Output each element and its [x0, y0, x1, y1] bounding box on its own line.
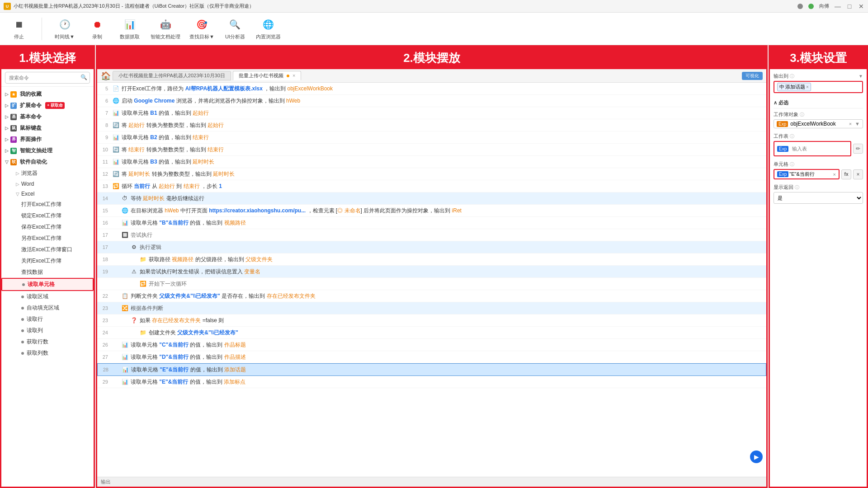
search-input[interactable]: [5, 72, 90, 84]
output-tag-input[interactable]: 中 添加话题 ×: [774, 81, 863, 93]
code-line-18[interactable]: 18 📁 获取路径 视频路径 的父级路径，输出到 父级文件夹: [97, 253, 766, 266]
toolbar-stop[interactable]: ⏹ 停止: [7, 17, 31, 40]
tab-close-icon[interactable]: ×: [292, 73, 295, 78]
code-line-22[interactable]: 22 📋 判断文件夹 父级文件夹&"\\已经发布" 是否存在，输出到 存在已经发…: [97, 290, 766, 302]
code-line-13[interactable]: 13 🔁 循环 当前行 从 起始行 到 结束行 ，步长 1: [97, 180, 766, 192]
code-line-16[interactable]: 16 📊 读取单元格 "B"&当前行 的值，输出到 视频路径: [97, 217, 766, 229]
sidebar-item-open-excel[interactable]: 打开Excel工作簿: [1, 199, 94, 210]
line-num-28: 28: [98, 365, 112, 375]
sidebar-item-lock-excel[interactable]: 锁定Excel工作簿: [1, 210, 94, 221]
worksheet-edit-icon[interactable]: ✏: [853, 144, 863, 154]
toolbar-find-target[interactable]: 🎯 查找目标▼: [189, 17, 214, 40]
main-layout: 1.模块选择 🔍 ▷ ★ 我的收藏 ▷ 扩 扩展命令 + 获取命 ▷ 基: [0, 45, 868, 488]
sidebar-item-read-range[interactable]: 读取区域: [1, 291, 94, 302]
sidebar-item-save-excel[interactable]: 保存Excel工作簿: [1, 221, 94, 233]
cell-help-icon[interactable]: ⓘ: [790, 161, 794, 168]
code-line-23-if[interactable]: 23 ❓ 如果 存在已经发布文件夹 =false 则: [97, 314, 766, 327]
line-num-23-if: 23: [97, 315, 112, 325]
sidebar-item-excel[interactable]: ▽ Excel: [1, 189, 94, 199]
sidebar-item-get-col-count[interactable]: 获取列数: [1, 347, 94, 359]
cell-label: 单元格 ⓘ: [774, 161, 863, 168]
expand-cmd-label: 扩展命令: [20, 102, 42, 109]
toolbar-ai-doc[interactable]: 🤖 智能文档处理: [151, 17, 180, 40]
toolbar-data-capture[interactable]: 📊 数据抓取: [118, 17, 142, 40]
code-line-24[interactable]: 24 📁 创建文件夹 父级文件夹&"\\已经发布": [97, 327, 766, 339]
code-line-6[interactable]: 6 🌐 启动 Google Chrome 浏览器，并将此浏览器作为操控对象，输出…: [97, 95, 766, 107]
ui-analyzer-label: UI分析器: [225, 33, 245, 40]
sidebar-item-close-excel[interactable]: 关闭Excel工作簿: [1, 255, 94, 267]
code-line-8[interactable]: 8 🔄 将 起始行 转换为整数类型，输出到 起始行: [97, 119, 766, 131]
cell-fx-icon[interactable]: fx: [841, 169, 851, 179]
code-line-7[interactable]: 7 📊 读取单元格 B1 的值，输出到 起始行: [97, 107, 766, 119]
workbook-label: 工作簿对象 ⓘ: [774, 111, 863, 118]
cell-close-icon[interactable]: ×: [833, 172, 836, 177]
code-line-14[interactable]: 14 ⏱ 等待 延时时长 毫秒后继续运行: [97, 192, 766, 205]
sidebar-item-expand-cmd[interactable]: ▷ 扩 扩展命令 + 获取命: [1, 100, 94, 111]
code-line-9[interactable]: 9 📊 读取单元格 B2 的值，输出到 结束行: [97, 131, 766, 144]
sidebar-item-read-cell[interactable]: 读取单元格: [1, 278, 94, 291]
workbook-close-icon[interactable]: ×: [849, 121, 852, 127]
user-icon[interactable]: [797, 4, 803, 9]
code-line-19[interactable]: 19 ⚠ 如果尝试执行时发生错误，把错误信息置入 变量名: [97, 266, 766, 278]
sidebar-item-find-data[interactable]: 查找数据: [1, 267, 94, 278]
worksheet-input-wrap[interactable]: Exp: [774, 141, 851, 156]
code-line-17-try[interactable]: 17 🔲 尝试执行: [97, 229, 766, 241]
home-icon[interactable]: 🏠: [101, 71, 111, 81]
return-select[interactable]: 是 否: [774, 192, 863, 204]
run-line-button[interactable]: ▶: [750, 450, 763, 463]
workbook-help-icon[interactable]: ⓘ: [800, 112, 804, 118]
output-dropdown-icon[interactable]: ▼: [859, 74, 863, 79]
code-line-29[interactable]: 29 📊 读取单元格 "E"&当前行 的值，输出到 添加标点: [97, 376, 766, 388]
workbook-dropdown-icon[interactable]: ▼: [855, 121, 860, 127]
sidebar-item-auto-fill[interactable]: 自动填充区域: [1, 302, 94, 314]
cell-edit-icon[interactable]: ×: [853, 169, 863, 179]
sidebar-item-read-col[interactable]: 读取列: [1, 325, 94, 336]
sidebar-item-read-row[interactable]: 读取行: [1, 314, 94, 325]
code-line-23-branch[interactable]: 23 🔀 根据条件判断: [97, 302, 766, 314]
output-help-icon[interactable]: ⓘ: [790, 73, 794, 80]
tab-main[interactable]: 小红书视频批量上传RPA机器人2023年10月30日: [113, 71, 231, 80]
ui-op-label: 界面操作: [20, 136, 42, 143]
sidebar-item-soft-auto[interactable]: ▽ 软 软件自动化: [1, 156, 94, 168]
code-line-27[interactable]: 27 📊 读取单元格 "D"&当前行 的值，输出到 作品描述: [97, 351, 766, 363]
code-line-loop[interactable]: 🔁 开始下一次循环: [97, 278, 766, 290]
sidebar-item-ai-text[interactable]: ▷ 智 智能文抽处理: [1, 145, 94, 156]
sidebar-item-activate-excel[interactable]: 激活Excel工作簿窗口: [1, 244, 94, 255]
toolbar-ui-analyzer[interactable]: 🔍 UI分析器: [223, 17, 247, 40]
word-label: Word: [21, 181, 34, 187]
sidebar-item-word[interactable]: ▷ Word: [1, 179, 94, 189]
return-help-icon[interactable]: ⓘ: [795, 184, 799, 191]
worksheet-help-icon[interactable]: ⓘ: [790, 133, 794, 140]
maximize-button[interactable]: □: [846, 3, 853, 9]
code-line-11[interactable]: 11 📊 读取单元格 B3 的值，输出到 延时时长: [97, 156, 766, 168]
toolbar-record[interactable]: ⏺ 录制: [85, 17, 109, 40]
sidebar-item-get-row-count[interactable]: 获取行数: [1, 336, 94, 347]
code-line-12[interactable]: 12 🔄 将 延时时长 转换为整数类型，输出到 延时时长: [97, 168, 766, 180]
sidebar-item-ui-op[interactable]: ▷ 界 界面操作: [1, 134, 94, 145]
get-cmd-badge[interactable]: + 获取命: [45, 102, 65, 109]
cell-input-wrap[interactable]: Exp "E"&当前行 ×: [774, 169, 840, 179]
code-line-17-logic[interactable]: 17 ⚙ 执行逻辑: [97, 241, 766, 253]
read-row-label: 读取行: [27, 315, 43, 323]
tab-upload[interactable]: 批量上传小红书视频 ×: [233, 71, 302, 80]
output-tag-close[interactable]: ×: [806, 84, 809, 89]
code-line-26[interactable]: 26 📊 读取单元格 "C"&当前行 的值，输出到 作品标题: [97, 339, 766, 351]
code-line-15[interactable]: 15 🌐 在目标浏览器 hWeb 中打开页面 https://creator.x…: [97, 205, 766, 217]
code-line-10[interactable]: 10 🔄 将 结束行 转换为整数类型，输出到 结束行: [97, 144, 766, 156]
minimize-button[interactable]: —: [835, 3, 841, 9]
sidebar-item-keyboard[interactable]: ▷ 鼠 鼠标键盘: [1, 122, 94, 134]
worksheet-input[interactable]: [789, 143, 848, 155]
status-icon[interactable]: [808, 4, 814, 9]
sidebar-item-basic-cmd[interactable]: ▷ 基 基本命令: [1, 111, 94, 122]
toolbar-timeline[interactable]: 🕐 时间线▼: [53, 17, 76, 40]
close-button[interactable]: ✕: [858, 3, 864, 9]
code-line-28[interactable]: 28 📊 读取单元格 "E"&当前行 的值，输出到 添加话题 ▶: [97, 363, 766, 376]
read-cell-icon-7: 📊: [112, 109, 120, 117]
code-line-5[interactable]: 5 📄 打开Excel工作簿，路径为 AI帮RPA机器人配置模板表.xlsx ，…: [97, 83, 766, 95]
sidebar-item-save-as-excel[interactable]: 另存Excel工作簿: [1, 233, 94, 244]
sidebar-item-browser[interactable]: ▷ 浏览器: [1, 168, 94, 179]
code-area[interactable]: 5 📄 打开Excel工作簿，路径为 AI帮RPA机器人配置模板表.xlsx ，…: [97, 83, 766, 477]
visibility-button[interactable]: 可视化: [742, 72, 763, 80]
sidebar-item-favorites[interactable]: ▷ ★ 我的收藏: [1, 89, 94, 100]
toolbar-browser[interactable]: 🌐 内置浏览器: [256, 17, 281, 40]
